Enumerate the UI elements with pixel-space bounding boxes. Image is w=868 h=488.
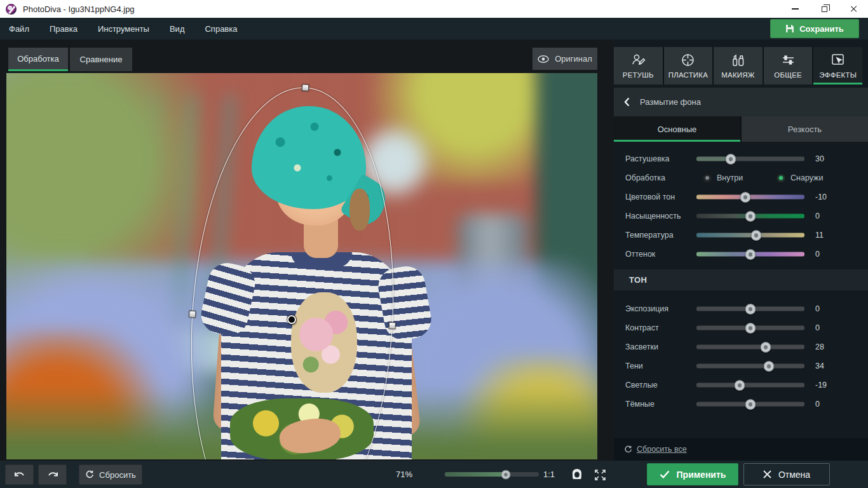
original-label: Оригинал <box>555 54 592 64</box>
panel-tab-effects[interactable]: ЭФФЕКТЫ <box>813 47 862 85</box>
slider-row: Светлые -19 <box>614 376 868 395</box>
x-mark-icon <box>763 470 771 478</box>
slider-label: Тёмные <box>625 400 654 409</box>
slider-thumb[interactable] <box>745 304 756 315</box>
slider-track[interactable] <box>696 214 804 219</box>
reset-button[interactable]: Сбросить <box>79 464 142 485</box>
slider-row: Температура 11 <box>614 226 868 245</box>
restore-button[interactable] <box>810 0 839 18</box>
slider-track[interactable] <box>696 364 804 369</box>
photo-canvas[interactable] <box>6 73 597 459</box>
panel-tab-retouch[interactable]: РЕТУШЬ <box>614 47 663 85</box>
slider-track[interactable] <box>696 195 804 200</box>
menu-help[interactable]: Справка <box>194 18 247 39</box>
tool-title: Размытие фона <box>640 97 701 107</box>
radio-outside-label[interactable]: Снаружи <box>790 173 823 182</box>
undo-icon <box>13 470 26 479</box>
panel-tab-label: РЕТУШЬ <box>623 71 654 79</box>
tab-processing-label: Обработка <box>17 54 59 64</box>
slider-row: Оттенок 0 <box>614 245 868 264</box>
zoom-slider[interactable] <box>445 472 539 477</box>
slider-thumb[interactable] <box>760 342 771 353</box>
scale-1to1-button[interactable]: 1:1 <box>543 461 555 488</box>
reset-rotate-icon <box>624 445 632 454</box>
radio-inside[interactable] <box>702 173 712 183</box>
slider-track[interactable] <box>696 307 804 311</box>
radio-inside-label[interactable]: Внутри <box>717 173 743 182</box>
slider-value: 28 <box>815 342 824 351</box>
slider-value: 11 <box>815 231 824 240</box>
menu-edit[interactable]: Правка <box>39 18 88 39</box>
slider-value: -10 <box>815 193 827 201</box>
subtab-main[interactable]: Основные <box>614 116 740 142</box>
minimize-icon <box>792 8 799 10</box>
original-button[interactable]: Оригинал <box>532 48 597 70</box>
slider-thumb[interactable] <box>750 230 761 241</box>
minimize-button[interactable] <box>780 0 810 18</box>
menu-tools[interactable]: Инструменты <box>88 18 159 39</box>
slider-thumb[interactable] <box>763 361 774 372</box>
cancel-label: Отмена <box>778 470 810 480</box>
slider-row: Насыщенность 0 <box>614 207 868 226</box>
slider-thumb[interactable] <box>735 380 745 391</box>
slider-thumb[interactable] <box>745 323 756 334</box>
subtab-main-label: Основные <box>658 125 697 134</box>
tab-processing[interactable]: Обработка <box>8 48 68 71</box>
slider-thumb[interactable] <box>726 154 736 165</box>
slider-thumb[interactable] <box>745 211 756 222</box>
panel-tab-plastic[interactable]: ПЛАСТИКА <box>664 47 713 85</box>
slider-track[interactable] <box>696 157 804 161</box>
panel-tab-makeup[interactable]: МАКИЯЖ <box>714 47 763 85</box>
slider-value: 0 <box>815 250 820 259</box>
redo-button[interactable] <box>38 464 67 485</box>
selection-handle-right[interactable] <box>388 322 396 330</box>
zoom-slider-fill <box>445 472 506 477</box>
fullscreen-button[interactable] <box>592 467 607 482</box>
slider-track[interactable] <box>696 252 804 257</box>
tab-compare[interactable]: Сравнение <box>70 48 132 71</box>
slider-track[interactable] <box>696 383 804 388</box>
panel-tab-label: ОБЩЕЕ <box>774 71 802 79</box>
title-bar: PhotoDiva - Igu3N1ppNG4.jpg <box>0 0 868 18</box>
selection-handle-top[interactable] <box>302 84 309 92</box>
tool-header: Размытие фона <box>614 88 868 116</box>
plastic-icon <box>681 53 695 67</box>
slider-value: 30 <box>815 154 824 163</box>
slider-value: 0 <box>815 400 820 409</box>
slider-track[interactable] <box>696 326 804 330</box>
back-chevron-icon[interactable] <box>624 97 630 107</box>
menu-file[interactable]: Файл <box>0 18 39 39</box>
sub-tab-bar: Основные Резкость <box>614 116 868 142</box>
save-button[interactable]: Сохранить <box>770 19 859 38</box>
selection-center-marker[interactable] <box>287 315 296 324</box>
slider-label: Засветки <box>625 342 658 351</box>
menu-bar: Файл Правка Инструменты Вид Справка Сохр… <box>0 18 868 39</box>
reset-all-link[interactable]: Сбросить все <box>624 445 687 454</box>
slider-label: Экспозиция <box>625 304 668 313</box>
close-button[interactable] <box>839 0 868 18</box>
fit-face-button[interactable] <box>569 467 585 482</box>
retouch-icon <box>631 53 646 67</box>
undo-button[interactable] <box>5 464 34 485</box>
slider-track[interactable] <box>696 233 804 238</box>
slider-thumb[interactable] <box>745 399 756 410</box>
floppy-icon <box>785 24 794 33</box>
slider-row: Растушевка 30 <box>614 149 868 168</box>
slider-value: 34 <box>815 362 824 370</box>
apply-button[interactable]: Применить <box>647 463 738 485</box>
zoom-slider-thumb[interactable] <box>501 470 511 479</box>
reset-all-label: Сбросить все <box>637 445 687 454</box>
slider-track[interactable] <box>696 402 804 407</box>
panel-tab-general[interactable]: ОБЩЕЕ <box>764 47 813 85</box>
radio-outside[interactable] <box>776 173 786 183</box>
menu-view[interactable]: Вид <box>159 18 195 39</box>
bottom-toolbar: Сбросить 71% 1:1 Применить Отмена <box>0 461 868 488</box>
slider-thumb[interactable] <box>740 192 750 203</box>
selection-handle-left[interactable] <box>189 311 196 318</box>
subtab-sharpness[interactable]: Резкость <box>742 116 868 142</box>
slider-label: Оттенок <box>625 250 655 259</box>
slider-track[interactable] <box>696 345 804 349</box>
slider-thumb[interactable] <box>745 249 756 260</box>
slider-row: Экспозиция 0 <box>614 299 868 318</box>
cancel-button[interactable]: Отмена <box>743 463 830 485</box>
